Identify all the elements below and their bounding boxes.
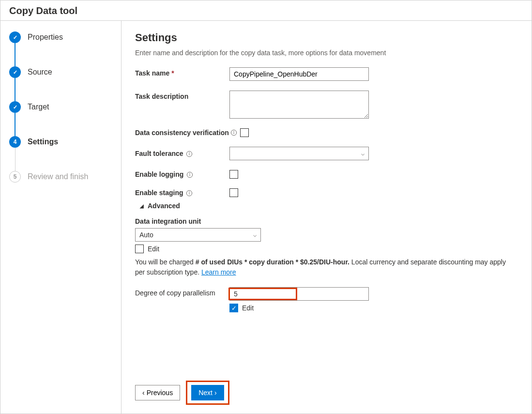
info-icon[interactable] — [186, 151, 193, 157]
previous-button[interactable]: ‹ Previous — [135, 385, 180, 400]
row-fault-tolerance: Fault tolerance ⌵ — [135, 147, 518, 160]
step-label: Review and finish — [28, 172, 88, 181]
chevron-left-icon: ‹ — [142, 389, 145, 396]
check-icon: ✓ — [9, 101, 21, 113]
task-name-input[interactable] — [229, 67, 369, 81]
svg-point-11 — [189, 192, 190, 192]
settings-description: Enter name and description for the copy … — [135, 49, 518, 57]
check-icon: ✓ — [9, 31, 21, 43]
info-icon[interactable] — [186, 171, 193, 178]
learn-more-link[interactable]: Learn more — [201, 268, 236, 276]
data-consistency-checkbox[interactable] — [240, 128, 249, 137]
row-task-description: Task description — [135, 91, 518, 119]
step-label: Target — [28, 103, 49, 111]
row-enable-staging: Enable staging — [135, 188, 518, 197]
parallelism-input[interactable]: 5 — [229, 287, 369, 301]
svg-point-8 — [190, 173, 190, 174]
step-review[interactable]: 5 Review and finish — [9, 171, 112, 183]
diu-edit-checkbox[interactable] — [135, 245, 144, 253]
diu-edit-label: Edit — [148, 245, 159, 253]
row-parallelism: Degree of copy parallelism 5 ✓ Edit — [135, 287, 518, 312]
main-panel: Settings Enter name and description for … — [122, 21, 532, 414]
enable-staging-checkbox[interactable] — [229, 188, 238, 197]
chevron-down-icon: ⌵ — [253, 231, 257, 238]
step-number-icon: 4 — [9, 136, 21, 148]
row-data-consistency: Data consistency verification — [135, 128, 518, 137]
fault-tolerance-select[interactable]: ⌵ — [229, 147, 369, 160]
task-name-label: Task name * — [135, 67, 229, 77]
advanced-toggle[interactable]: ◢ Advanced — [140, 202, 518, 210]
diu-select[interactable]: Auto ⌵ — [135, 228, 261, 242]
step-label: Settings — [28, 138, 58, 146]
svg-point-5 — [189, 153, 190, 153]
diu-label: Data integration unit — [135, 217, 518, 225]
page-title-bar: Copy Data tool — [0, 0, 532, 21]
next-button[interactable]: Next › — [191, 385, 224, 400]
parallelism-edit-row: ✓ Edit — [229, 304, 369, 312]
highlight-box: Next › — [186, 381, 229, 405]
wizard-footer: ‹ Previous Next › — [135, 375, 518, 405]
enable-logging-checkbox[interactable] — [229, 170, 238, 179]
step-source[interactable]: ✓ Source — [9, 66, 112, 78]
task-description-input[interactable] — [229, 91, 369, 119]
info-icon[interactable] — [186, 190, 193, 197]
parallelism-label: Degree of copy parallelism — [135, 287, 229, 297]
parallelism-edit-checkbox[interactable]: ✓ — [229, 304, 238, 312]
row-enable-logging: Enable logging — [135, 170, 518, 179]
data-consistency-label: Data consistency verification — [135, 129, 229, 137]
collapse-triangle-icon: ◢ — [140, 203, 144, 209]
fault-tolerance-label: Fault tolerance — [135, 150, 229, 157]
header-title: Copy Data tool — [9, 5, 77, 16]
step-label: Properties — [28, 33, 63, 42]
step-number-icon: 5 — [9, 171, 21, 183]
chevron-down-icon: ⌵ — [361, 150, 365, 157]
step-settings[interactable]: 4 Settings — [9, 136, 112, 148]
row-task-name: Task name * — [135, 67, 518, 81]
enable-staging-label: Enable staging — [135, 189, 229, 197]
settings-heading: Settings — [135, 31, 518, 44]
info-icon[interactable] — [230, 129, 237, 136]
highlight-box: 5 — [228, 288, 297, 300]
step-label: Source — [28, 68, 52, 77]
svg-point-2 — [234, 131, 234, 132]
wizard-steps-sidebar: ✓ Properties ✓ Source ✓ Target 4 Setting… — [0, 21, 122, 414]
diu-pricing-hint: You will be charged # of used DIUs * cop… — [135, 257, 513, 277]
parallelism-edit-label: Edit — [242, 304, 254, 312]
check-icon: ✓ — [9, 66, 21, 78]
body: ✓ Properties ✓ Source ✓ Target 4 Setting… — [0, 21, 532, 414]
step-target[interactable]: ✓ Target — [9, 101, 112, 113]
enable-logging-label: Enable logging — [135, 170, 229, 178]
step-properties[interactable]: ✓ Properties — [9, 31, 112, 43]
chevron-right-icon: › — [214, 389, 217, 396]
advanced-section: Data integration unit Auto ⌵ Edit You wi… — [135, 217, 518, 312]
diu-edit-row: Edit — [135, 245, 518, 253]
task-description-label: Task description — [135, 91, 229, 100]
window: Copy Data tool ✓ Properties ✓ Source ✓ T… — [0, 0, 532, 414]
